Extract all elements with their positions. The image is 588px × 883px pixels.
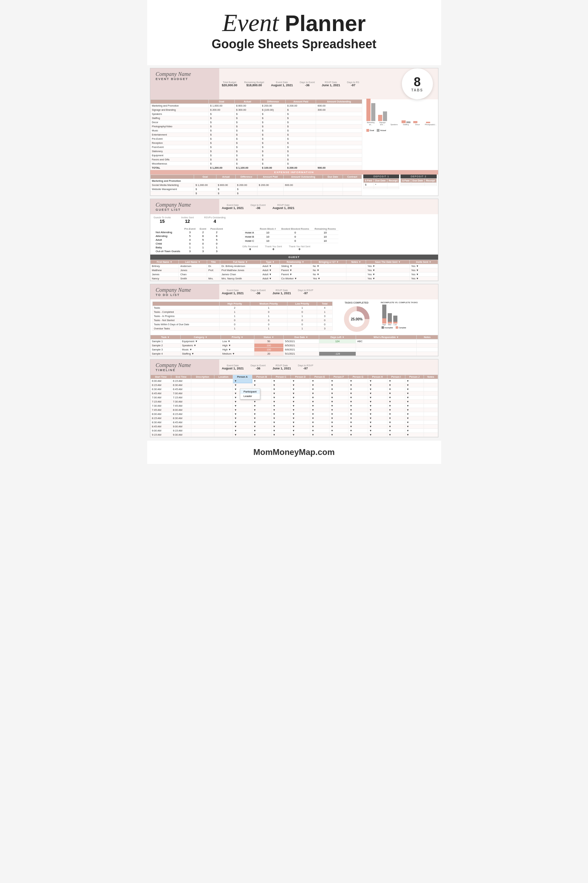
expense-paid: $ 200.00 xyxy=(257,183,284,187)
dropdown-item-leader[interactable]: Leader xyxy=(240,394,260,399)
table-row: Decor $ $ $ $ xyxy=(150,120,362,125)
table-row: Adult 4 5 5 xyxy=(154,238,225,242)
timeline-persong: ▼ xyxy=(348,408,368,412)
dep2-col-paid: $ Paid xyxy=(401,179,411,183)
timeline-notes xyxy=(424,400,438,404)
timeline-personf: ▼ xyxy=(329,429,348,433)
todo-stat-low: 1 xyxy=(288,314,317,318)
budget-row-goal: $ xyxy=(208,120,234,125)
timeline-persond: ▼ xyxy=(291,420,310,424)
timeline-personj: ▼ xyxy=(405,396,424,400)
expense-table: Goal Actual Difference Amount Paid Amoun… xyxy=(150,174,362,196)
timeline-personb: ▼ xyxy=(252,379,271,383)
budget-row-name: Equipment xyxy=(150,153,208,158)
budget-row-goal: $ xyxy=(208,141,234,145)
tabs-badge: 8 TABS xyxy=(402,68,433,99)
timeline-persond: ▼ xyxy=(291,391,310,396)
table-row: Staffing $ $ $ $ xyxy=(150,116,362,120)
table-row xyxy=(401,185,436,186)
attend-pre: 3 xyxy=(182,250,198,253)
timeline-personj: ▼ xyxy=(405,424,424,429)
timeline-persond: ▼ xyxy=(291,433,310,437)
timeline-personb: ▼ xyxy=(252,408,271,412)
task-days-left: -128 xyxy=(319,352,356,356)
timeline-personj: ▼ xyxy=(405,429,424,433)
budget-row-actual: $ xyxy=(234,125,260,129)
guest-table-wrapper: First Name ▼ Last Name ▼ Title Full Name… xyxy=(150,260,438,281)
timeline-desc xyxy=(191,420,214,424)
timeline-persone: ▼ xyxy=(310,433,330,437)
todo-days-event: Days to Event -36 xyxy=(250,289,266,295)
timeline-persona: ▼ xyxy=(232,416,252,420)
expense-goal: $ xyxy=(194,191,216,196)
budget-content: Goal Actual Difference Amount Paid Amoun… xyxy=(150,99,438,170)
budget-row-name: Speakers xyxy=(150,112,208,116)
badge-number: 8 xyxy=(414,76,420,88)
timeline-persong: ▼ xyxy=(348,404,368,408)
budget-row-name: Marketing and Promotion xyxy=(150,104,208,108)
budget-row-outstanding xyxy=(316,112,362,116)
budget-row-diff: $ xyxy=(261,120,286,125)
timeline-persone: ▼ xyxy=(310,400,330,404)
days-to-event-item: Days to Event -36 xyxy=(300,81,315,87)
table-row: Signage and Branding $ 200.00 $ 300.00 $… xyxy=(150,108,362,112)
table-row: 9:15 AM 9:30 AM ▼ ▼ ▼ ▼ ▼ ▼ ▼ ▼ ▼ ▼ xyxy=(150,433,438,437)
days-to-event-label: Days to Event xyxy=(300,81,315,83)
todo-event-date: Event Date August 1, 2021 xyxy=(222,289,244,295)
table-row: Out-of-Town Guests 3 3 3 xyxy=(154,250,225,253)
guest-table-header: GUEST xyxy=(150,254,438,260)
dep1-col-receipt: Receipt xyxy=(387,179,399,183)
donut-chart: 25.00% xyxy=(343,305,370,333)
remaining-budget-label: Remaining Budget xyxy=(244,81,264,83)
chart-label: Photography/... xyxy=(425,123,437,126)
timeline-persond: ▼ xyxy=(291,408,310,412)
days-to-rsvp-item: Days to RS -97 xyxy=(347,81,359,87)
chart-bar-group: Signage and ... xyxy=(378,111,387,126)
timeline-persone: ▼ xyxy=(310,424,330,429)
timeline-personc: ▼ xyxy=(271,433,291,437)
days-to-event-value: -36 xyxy=(305,83,309,87)
budget-row-paid: $ xyxy=(286,108,316,112)
chart-bar-group: Low xyxy=(393,316,398,326)
hotel-block: 10 xyxy=(257,231,279,235)
budget-row-goal: $ xyxy=(208,112,234,116)
budget-row-outstanding xyxy=(316,153,362,158)
hotel-name: Hotel A xyxy=(242,231,257,235)
table-row: Sample 3 Music ▼ High ▼ 100 6/8/2021 xyxy=(150,347,438,352)
guest-list-section: Company Name GUEST LIST Event Date Augus… xyxy=(150,199,438,281)
timeline-persond: ▼ xyxy=(291,416,310,420)
task-notes xyxy=(417,343,438,347)
timeline-start: 7:45 AM xyxy=(150,408,171,412)
timeline-personb: ▼ xyxy=(252,383,271,387)
bar-goal xyxy=(378,115,382,121)
guest-rsvp-date: RSVP Date August 1, 2021 xyxy=(273,204,295,210)
timeline-personi: ▼ xyxy=(387,429,405,433)
timeline-desc xyxy=(191,379,214,383)
timeline-location xyxy=(214,424,232,429)
table-row: 6:00 AM 6:15 AM ▼ ▼ ▼ ▼ ▼ ▼ ▼ ▼ ▼ ▼ xyxy=(150,379,438,383)
hotel-remaining: 10 xyxy=(312,239,339,243)
chart-bar-group: Speakers xyxy=(390,123,399,126)
table-row: 8:45 AM 9:00 AM ▼ ▼ ▼ ▼ ▼ ▼ ▼ ▼ ▼ ▼ xyxy=(150,424,438,429)
bar-actual xyxy=(371,103,375,121)
timeline-personj: ▼ xyxy=(405,404,424,408)
todo-stat-low: 0 xyxy=(288,318,317,322)
budget-row-outstanding xyxy=(316,141,362,145)
deposit1-label: DEPOSIT 1 xyxy=(363,174,399,178)
timeline-section: Company Name TIMELINE Event Date August … xyxy=(150,359,438,437)
timeline-personh: ▼ xyxy=(368,412,387,416)
table-row: Website Management $ $ $ xyxy=(150,187,362,191)
dropdown-item-participant[interactable]: Participant xyxy=(240,390,260,394)
timeline-personc: ▼ xyxy=(271,408,291,412)
timeline-personj: ▼ xyxy=(405,379,424,383)
guest-title: Dr. xyxy=(207,264,220,268)
dropdown-popup[interactable]: Participant Leader xyxy=(240,388,261,399)
exp-col-name xyxy=(150,175,194,179)
guest-full: James Chan xyxy=(220,272,261,277)
gifts-received: Gifts Received 8 xyxy=(242,245,258,251)
table-row: Sample 4 Staffing ▼ Medium ▼ 20 5/1/2021… xyxy=(150,352,438,356)
expense-actual: $ xyxy=(216,191,236,196)
budget-row-actual: $ xyxy=(234,129,260,133)
timeline-personc: ▼ xyxy=(271,412,291,416)
timeline-personi: ▼ xyxy=(387,396,405,400)
